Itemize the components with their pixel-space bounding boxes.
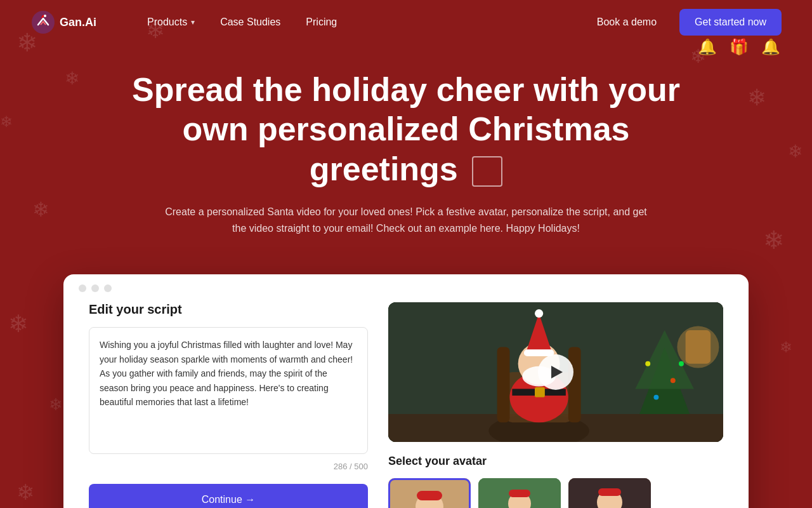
nav-case-studies[interactable]: Case Studies [220,17,280,28]
hero-headline: Spread the holiday cheer with your own p… [121,70,691,189]
nav-links: Products ▾ Case Studies Pricing [147,17,584,28]
play-button[interactable] [538,354,573,390]
svg-point-1 [44,15,46,17]
dot-1 [79,284,86,292]
svg-rect-40 [598,488,621,496]
logo[interactable]: Gan.Ai [30,10,96,35]
nav-products[interactable]: Products ▾ [147,17,195,28]
avatar-item-1[interactable]: ✓ [388,478,471,508]
nav-pricing[interactable]: Pricing [306,17,337,28]
svg-point-21 [535,309,543,318]
avatar-item-3[interactable] [568,478,651,508]
hero-emoji [472,156,502,187]
products-chevron: ▾ [191,18,195,27]
svg-point-9 [653,395,658,400]
continue-button[interactable]: Continue → [89,484,368,508]
right-panel: Select your avatar ✓ [388,302,723,508]
svg-point-10 [679,361,684,366]
avatar-1-preview [388,478,471,508]
svg-rect-25 [388,478,471,508]
video-preview [388,302,723,442]
svg-point-8 [671,378,676,384]
avatar-2-preview [478,478,561,508]
logo-icon [30,10,56,35]
hero-section: Spread the holiday cheer with your own p… [0,44,812,255]
dot-2 [91,284,99,292]
avatar-item-2[interactable] [478,478,561,508]
logo-text: Gan.Ai [60,16,96,29]
svg-rect-34 [509,490,530,497]
card-titlebar [63,274,749,302]
svg-point-7 [645,361,650,366]
svg-rect-12 [686,330,711,364]
left-panel: Edit your script Wishing you a joyful Ch… [89,302,368,508]
navbar: Gan.Ai Products ▾ Case Studies Pricing B… [0,0,812,44]
card-body: Edit your script Wishing you a joyful Ch… [63,302,749,508]
script-section-title: Edit your script [89,302,368,317]
play-icon [551,366,563,378]
svg-rect-16 [568,347,581,423]
dot-3 [104,284,112,292]
get-started-button[interactable]: Get started now [679,9,782,36]
nav-actions: Book a demo Get started now [584,9,782,36]
avatar-3-preview [568,478,651,508]
char-count: 286 / 500 [89,462,368,471]
book-demo-button[interactable]: Book a demo [584,10,669,34]
svg-rect-15 [497,347,510,423]
svg-rect-24 [535,387,545,398]
hero-subtext: Create a personalized Santa video for yo… [165,204,647,236]
svg-rect-28 [417,491,442,500]
svg-point-27 [416,493,443,508]
avatar-grid: ✓ [388,478,723,508]
avatar-section-title: Select your avatar [388,455,723,468]
script-textarea[interactable]: Wishing you a joyful Christmas filled wi… [89,327,368,454]
main-card: Edit your script Wishing you a joyful Ch… [63,274,749,508]
